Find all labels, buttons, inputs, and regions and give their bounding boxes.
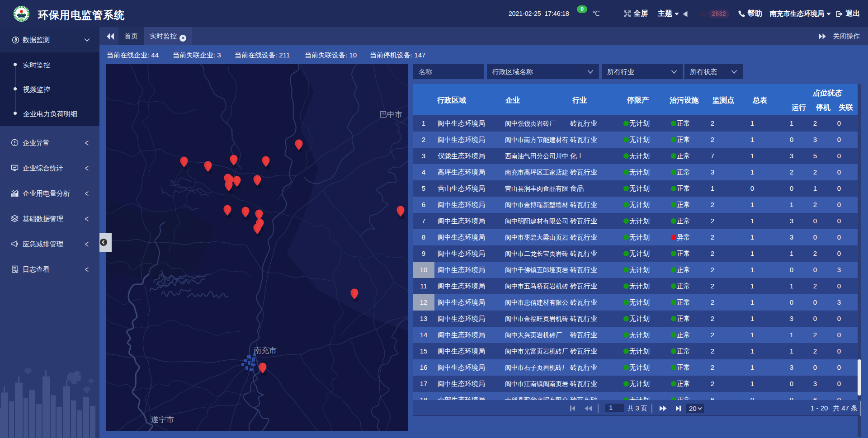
svg-text:巴中市: 巴中市 (379, 110, 402, 119)
svg-text:南充市: 南充市 (254, 346, 277, 355)
svg-text:遂宁市: 遂宁市 (151, 415, 174, 424)
